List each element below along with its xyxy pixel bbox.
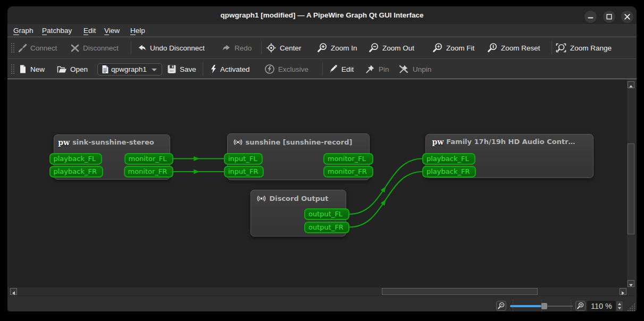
redo-button[interactable]: Redo — [222, 38, 252, 58]
spin-down-icon[interactable] — [618, 307, 621, 309]
scrollbar-corner — [628, 288, 634, 295]
zoom-slider-track — [547, 306, 573, 307]
zoom-out-icon — [369, 43, 379, 53]
port-sink-sunshine-stereo-monitor_FR[interactable]: monitor_FR — [124, 166, 173, 178]
zoom-range-button[interactable]: Zoom Range — [555, 38, 612, 58]
save-icon — [167, 64, 177, 74]
connect-icon — [18, 44, 27, 53]
menubar: GraphPatchbayEditViewHelp — [7, 24, 637, 37]
open-button[interactable]: Open — [57, 59, 88, 79]
zoom-slider-fill — [510, 305, 541, 307]
zoom-fit-icon — [432, 43, 443, 53]
graph-canvas[interactable]: pwsink-sunshine-stereoplayback_FLplaybac… — [8, 79, 627, 288]
menu-view[interactable]: View — [104, 24, 120, 37]
toolbar-drag-handle[interactable] — [11, 64, 14, 75]
wire-arrow — [194, 169, 199, 174]
port-sunshine-monitor_FL[interactable]: monitor_FL — [323, 153, 373, 165]
activated-button[interactable]: Activated — [210, 59, 250, 79]
exclusive-label: Exclusive — [278, 65, 308, 73]
port-family-audio-playback_FR[interactable]: playback_FR — [422, 166, 476, 178]
port-sink-sunshine-stereo-monitor_FL[interactable]: monitor_FL — [124, 153, 173, 165]
vertical-scrollbar[interactable] — [628, 79, 634, 287]
zoom-slider-handle[interactable] — [541, 303, 547, 309]
port-sunshine-input_FR[interactable]: input_FR — [224, 166, 264, 178]
minimize-button[interactable] — [584, 11, 597, 23]
edit-button[interactable]: Edit — [328, 59, 354, 79]
scroll-down-button[interactable] — [628, 280, 634, 287]
redo-label: Redo — [235, 44, 252, 52]
undo-disconnect-label: Undo Disconnect — [150, 44, 205, 52]
audio-device-icon — [233, 137, 243, 147]
port-family-audio-playback_FL[interactable]: playback_FL — [422, 153, 475, 165]
menu-graph[interactable]: Graph — [13, 24, 34, 37]
zoom-out-small-button[interactable] — [496, 301, 506, 311]
node-title: pwFamily 17h/19h HD Audio Contr… — [426, 134, 593, 146]
connect-button[interactable]: Connect — [18, 38, 57, 58]
scroll-up-button[interactable] — [628, 81, 634, 88]
toolbar-drag-handle[interactable] — [11, 43, 14, 54]
zoom-reset-label: Zoom Reset — [501, 44, 540, 52]
patchbay-file-combobox[interactable]: qpwgraph1 — [97, 63, 162, 75]
combo-dropdown-icon — [152, 69, 157, 71]
maximize-button[interactable] — [603, 11, 615, 23]
zoom-reset-icon — [487, 43, 498, 53]
zoom-in-small-button[interactable] — [575, 301, 586, 311]
zoom-percent-field[interactable]: 110 % — [587, 301, 616, 311]
save-button[interactable]: Save — [167, 59, 196, 79]
open-folder-icon — [57, 65, 67, 74]
unpin-button[interactable]: Unpin — [398, 59, 431, 79]
exclusive-icon — [264, 64, 275, 74]
toolbar-separator — [551, 41, 552, 54]
node-title: sunshine [sunshine-record] — [228, 134, 369, 147]
screenshot-stage: qpwgraph1 [modified] — A PipeWire Graph … — [0, 0, 644, 321]
toolbar-separator — [203, 63, 203, 75]
wire-arrow — [381, 187, 386, 193]
menu-edit[interactable]: Edit — [83, 24, 96, 37]
close-button[interactable] — [621, 11, 633, 23]
port-sunshine-input_FL[interactable]: input_FL — [224, 153, 263, 165]
port-sunshine-monitor_FR[interactable]: monitor_FR — [323, 166, 373, 178]
disconnect-button[interactable]: Disconnect — [70, 38, 119, 58]
undo-icon — [137, 44, 147, 53]
scroll-right-button[interactable] — [620, 288, 626, 295]
patchbay-file-value: qpwgraph1 — [111, 65, 147, 73]
zoom-range-icon — [555, 43, 567, 53]
toolbar-separator — [322, 63, 323, 75]
vertical-scroll-thumb[interactable] — [628, 143, 634, 234]
save-label: Save — [180, 65, 196, 73]
edit-label: Edit — [341, 65, 354, 73]
app-window: qpwgraph1 [modified] — A PipeWire Graph … — [7, 6, 637, 311]
zoom-out-button[interactable]: Zoom Out — [369, 38, 414, 58]
port-discord-output-output_FR[interactable]: output_FR — [304, 222, 349, 233]
zoom-fit-button[interactable]: Zoom Fit — [432, 38, 474, 58]
new-label: New — [30, 65, 45, 73]
disconnect-label: Disconnect — [83, 44, 119, 52]
size-grip[interactable] — [627, 303, 636, 311]
minimize-icon — [584, 11, 597, 23]
zoom-reset-button[interactable]: Zoom Reset — [487, 38, 540, 58]
zoom-spin-buttons[interactable] — [616, 301, 623, 311]
node-title: pwsink-sunshine-stereo — [54, 135, 170, 146]
port-sink-sunshine-stereo-playback_FL[interactable]: playback_FL — [49, 153, 102, 165]
zoom-in-button[interactable]: Zoom In — [317, 38, 357, 58]
toolbar-main: Connect Disconnect Undo Disconnect — [7, 38, 637, 58]
pipewire-icon: pw — [432, 139, 444, 145]
pin-button[interactable]: Pin — [365, 59, 389, 79]
menu-help[interactable]: Help — [130, 24, 145, 37]
horizontal-scroll-thumb[interactable] — [382, 288, 538, 295]
pin-label: Pin — [379, 65, 389, 73]
undo-disconnect-button[interactable]: Undo Disconnect — [137, 38, 205, 58]
new-button[interactable]: New — [19, 59, 45, 79]
edit-pencil-icon — [328, 64, 338, 74]
pin-icon — [365, 64, 375, 74]
port-discord-output-output_FL[interactable]: output_FL — [304, 208, 349, 220]
exclusive-button[interactable]: Exclusive — [264, 59, 308, 79]
port-sink-sunshine-stereo-playback_FR[interactable]: playback_FR — [49, 166, 103, 178]
menu-patchbay[interactable]: Patchbay — [42, 24, 72, 37]
horizontal-scrollbar[interactable] — [8, 288, 627, 295]
scroll-left-button[interactable] — [10, 288, 17, 295]
spin-up-icon[interactable] — [618, 303, 621, 305]
wire-arrow — [381, 199, 386, 206]
center-button[interactable]: Center — [266, 38, 302, 58]
connection-wires — [8, 79, 627, 288]
